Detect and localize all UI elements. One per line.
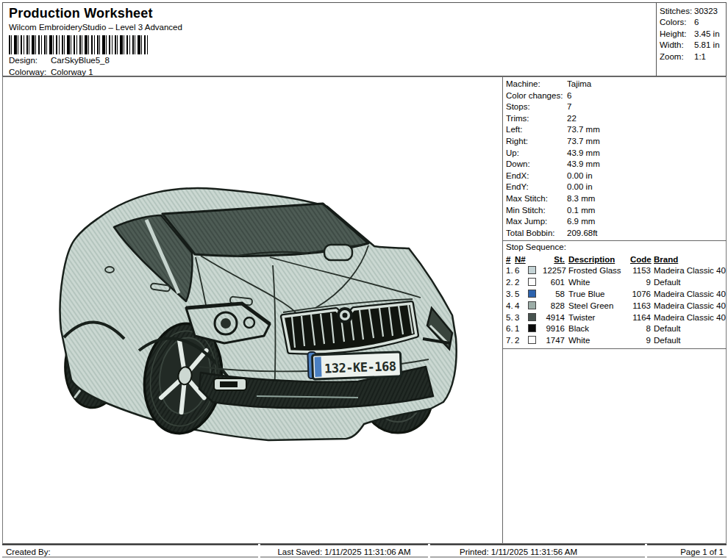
row-brand: Madeira Classic 40 [654, 301, 727, 312]
machine-info-row: Max Stitch: 8.3 mm [506, 193, 727, 205]
row-num: 5. [506, 312, 515, 324]
row-brand: Madeira Classic 40 [654, 312, 727, 324]
row-code: 1164 [630, 312, 651, 324]
page-number: Page 1 of 1 [647, 544, 727, 558]
design-label: Design: [9, 55, 51, 66]
machine-info-label: EndY: [506, 182, 567, 193]
stop-sequence-row: 1. 6 12257 Frosted Glass 1153 Madeira Cl… [506, 265, 727, 277]
page-title: Production Worksheet [9, 6, 650, 21]
stop-sequence-row: 3. 5 58 True Blue 1076 Madeira Classic 4… [506, 289, 727, 301]
machine-info-row: Trims: 22 [506, 113, 727, 125]
machine-info-row: EndY: 0.00 in [506, 182, 727, 193]
machine-info-row: Machine: Tajima [506, 79, 727, 90]
col-description: Description [568, 254, 630, 265]
row-needle: 5 [515, 289, 528, 301]
summary-row: Stitches: 30323 [660, 6, 723, 17]
row-needle: 4 [515, 301, 528, 312]
machine-info-row: Min Stitch: 0.1 mm [506, 205, 727, 217]
machine-info-value: 6 [567, 90, 571, 102]
row-needle: 3 [515, 312, 528, 324]
summary-value: 30323 [694, 6, 718, 17]
design-summary-box: Stitches: 30323 Colors: 6 Height: 3.45 i… [656, 2, 727, 76]
summary-value: 5.81 in [694, 40, 720, 51]
last-saved: Last Saved: 1/11/2025 11:31:06 AM [260, 544, 428, 558]
machine-info-value: 73.7 mm [567, 136, 600, 148]
barcode-icon [9, 35, 149, 54]
row-stitches: 1747 [543, 335, 565, 347]
machine-info-value: 209.68ft [567, 228, 598, 240]
row-stitches: 601 [543, 277, 565, 289]
thread-color-swatch [528, 313, 536, 321]
row-brand: Madeira Classic 40 [654, 265, 727, 277]
thread-color-swatch [528, 324, 536, 332]
row-needle: 2 [515, 277, 528, 289]
row-code: 9 [630, 335, 651, 347]
row-code: 1076 [630, 289, 651, 301]
summary-row: Height: 3.45 in [660, 29, 723, 40]
footer: Created By: Last Saved: 1/11/2025 11:31:… [2, 544, 727, 558]
stop-sequence-row: 4. 4 828 Steel Green 1163 Madeira Classi… [506, 301, 727, 312]
row-code: 1153 [630, 265, 651, 277]
row-stitches: 828 [543, 301, 565, 312]
colorway-value: Colorway 1 [51, 68, 93, 76]
stop-sequence-row: 7. 2 1747 White 9 Default [506, 335, 727, 347]
summary-label: Height: [660, 29, 694, 40]
design-row: Design:CarSkyBlue5_8 [9, 55, 650, 66]
summary-value: 3.45 in [694, 29, 720, 40]
machine-info-row: Color changes: 6 [506, 90, 727, 102]
machine-info-label: Machine: [506, 79, 567, 90]
stop-sequence-rows: 1. 6 12257 Frosted Glass 1153 Madeira Cl… [506, 265, 727, 347]
brand-badge-icon [338, 309, 351, 322]
machine-info-label: Min Stitch: [506, 205, 567, 217]
stop-sequence-row: 5. 3 4914 Twister 1164 Madeira Classic 4… [506, 312, 727, 324]
machine-info-value: 0.1 mm [567, 205, 595, 217]
machine-info-label: EndX: [506, 170, 567, 182]
col-brand: Brand [654, 254, 727, 265]
machine-info-value: 7 [567, 101, 571, 113]
printed: Printed: 1/11/2025 11:31:56 AM [430, 544, 645, 558]
col-needle: N# [515, 254, 528, 265]
machine-info-row: Total Bobbin: 209.68ft [506, 228, 727, 240]
machine-info-row: EndX: 0.00 in [506, 170, 727, 182]
machine-info-list: Machine: Tajima Color changes: 6 Stops: … [503, 77, 727, 239]
design-value: CarSkyBlue5_8 [51, 56, 110, 65]
machine-info-label: Total Bobbin: [506, 228, 567, 240]
stop-sequence-heading: Stop Sequence: [503, 240, 727, 253]
thread-color-swatch [528, 278, 536, 286]
machine-info-row: Max Jump: 6.9 mm [506, 216, 727, 228]
row-num: 7. [506, 335, 515, 347]
machine-info-value: 0.00 in [567, 182, 593, 193]
row-description: True Blue [568, 289, 630, 301]
machine-info-row: Stops: 7 [506, 101, 727, 113]
machine-info-value: 8.3 mm [567, 193, 595, 205]
machine-info-value: 73.7 mm [567, 124, 600, 136]
summary-value: 6 [694, 17, 699, 28]
row-stitches: 9916 [543, 323, 565, 335]
row-num: 3. [506, 289, 515, 301]
machine-info-value: 0.00 in [567, 170, 593, 182]
row-brand: Default [654, 323, 727, 335]
machine-info-label: Down: [506, 159, 567, 170]
row-brand: Madeira Classic 40 [654, 289, 727, 301]
row-description: White [568, 335, 630, 347]
app-subtitle: Wilcom EmbroideryStudio – Level 3 Advanc… [9, 22, 650, 33]
thread-color-swatch [528, 301, 536, 309]
stop-sequence-header: # N# St. Description Code Brand [506, 254, 727, 265]
license-plate-text: 132-KE-168 [324, 359, 396, 376]
machine-info-value: 43.9 mm [567, 159, 600, 170]
production-worksheet-page: Production Worksheet Wilcom EmbroiderySt… [0, 0, 728, 560]
machine-info-label: Color changes: [506, 90, 567, 102]
summary-label: Stitches: [660, 6, 694, 17]
row-num: 1. [506, 265, 515, 277]
machine-info-label: Left: [506, 124, 567, 136]
row-num: 6. [506, 323, 515, 335]
machine-info-row: Down: 43.9 mm [506, 159, 727, 170]
row-stitches: 58 [543, 289, 565, 301]
col-num: # [506, 254, 515, 265]
row-stitches: 4914 [543, 312, 565, 324]
row-num: 4. [506, 301, 515, 312]
row-description: White [568, 277, 630, 289]
thread-color-swatch [528, 266, 536, 274]
car-embroidery-image: 132-KE-168 [49, 182, 461, 446]
machine-info-label: Up: [506, 148, 567, 159]
